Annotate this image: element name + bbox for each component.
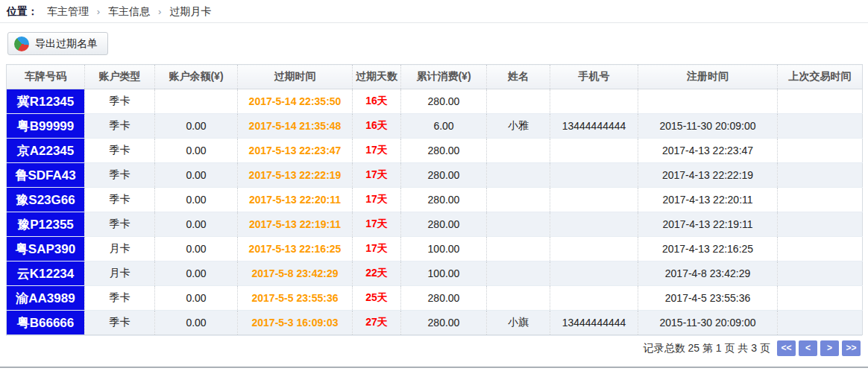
cell-account_type: 季卡 xyxy=(85,139,155,163)
cell-register_time: 2015-11-30 20:09:00 xyxy=(638,114,778,139)
cell-expired_days: 25天 xyxy=(353,286,401,311)
cell-plate[interactable]: 粤B66666 xyxy=(7,311,85,335)
cell-register_time: 2017-4-13 22:20:11 xyxy=(638,188,778,212)
cell-account_type: 季卡 xyxy=(85,311,155,335)
table-row: 云K12234月卡0.002017-5-8 23:42:2922天100.002… xyxy=(7,261,863,286)
cell-total_spent: 6.00 xyxy=(401,114,487,139)
cell-name xyxy=(487,139,550,163)
cell-name xyxy=(487,237,550,261)
column-header-phone: 手机号 xyxy=(550,65,638,89)
cell-balance: 0.00 xyxy=(155,114,238,139)
cell-phone xyxy=(550,286,638,311)
cell-expire_time: 2017-5-14 21:35:48 xyxy=(238,114,353,139)
table-header-row: 车牌号码账户类型账户余额(¥)过期时间过期天数累计消费(¥)姓名手机号注册时间上… xyxy=(7,65,863,89)
table-row: 豫P12355季卡0.002017-5-13 22:19:1117天280.00… xyxy=(7,212,863,237)
column-header-expire_time: 过期时间 xyxy=(238,65,353,89)
cell-total_spent: 100.00 xyxy=(401,261,487,286)
cell-phone xyxy=(550,261,638,286)
cell-expired_days: 17天 xyxy=(353,212,401,237)
cell-phone: 13444444444 xyxy=(550,114,638,139)
pagination-first-button[interactable]: << xyxy=(777,340,796,356)
cell-account_type: 季卡 xyxy=(85,114,155,139)
cell-register_time: 2017-4-13 22:19:11 xyxy=(638,212,778,237)
cell-phone xyxy=(550,237,638,261)
cell-register_time xyxy=(638,89,778,114)
cell-account_type: 季卡 xyxy=(85,188,155,212)
cell-name xyxy=(487,188,550,212)
cell-expired_days: 17天 xyxy=(353,188,401,212)
cell-balance: 0.00 xyxy=(155,311,238,335)
pagination-prev-button[interactable]: < xyxy=(799,340,817,356)
cell-plate[interactable]: 豫P12355 xyxy=(7,212,85,237)
cell-name xyxy=(487,286,550,311)
cell-account_type: 月卡 xyxy=(85,237,155,261)
cell-phone xyxy=(550,163,638,188)
chevron-right-icon: › xyxy=(158,6,161,17)
cell-balance: 0.00 xyxy=(155,212,238,237)
cell-last_trade_time xyxy=(778,286,863,311)
cell-total_spent: 280.00 xyxy=(401,286,487,311)
cell-register_time: 2017-4-5 23:55:36 xyxy=(638,286,778,311)
cell-name xyxy=(487,163,550,188)
cell-register_time: 2017-4-13 22:22:19 xyxy=(638,163,778,188)
table-row: 粤SAP390月卡0.002017-5-13 22:16:2517天100.00… xyxy=(7,237,863,261)
cell-total_spent: 280.00 xyxy=(401,311,487,335)
table-row: 冀R12345季卡2017-5-14 22:35:5016天280.00 xyxy=(7,89,863,114)
cell-plate[interactable]: 渝AA3989 xyxy=(7,286,85,311)
column-header-name: 姓名 xyxy=(487,65,550,89)
table-row: 粤B66666季卡0.002017-5-3 16:09:0327天280.00小… xyxy=(7,311,863,335)
cell-total_spent: 280.00 xyxy=(401,139,487,163)
cell-plate[interactable]: 京A22345 xyxy=(7,139,85,163)
export-button-label: 导出过期名单 xyxy=(35,37,98,51)
cell-expire_time: 2017-5-14 22:35:50 xyxy=(238,89,353,114)
cell-balance: 0.00 xyxy=(155,188,238,212)
pagination-bar: 记录总数 25 第 1 页 共 3 页 << < > >> xyxy=(6,335,862,361)
cell-account_type: 季卡 xyxy=(85,286,155,311)
table-row: 鲁SDFA43季卡0.002017-5-13 22:22:1917天280.00… xyxy=(7,163,863,188)
cell-last_trade_time xyxy=(778,188,863,212)
toolbar: 导出过期名单 xyxy=(0,23,868,64)
cell-plate[interactable]: 粤SAP390 xyxy=(7,237,85,261)
table-row: 粤B99999季卡0.002017-5-14 21:35:4816天6.00小雅… xyxy=(7,114,863,139)
breadcrumb-item-owner-info[interactable]: 车主信息 xyxy=(108,5,150,17)
breadcrumb-label: 位置： xyxy=(7,5,38,17)
cell-expire_time: 2017-5-13 22:22:19 xyxy=(238,163,353,188)
column-header-plate: 车牌号码 xyxy=(7,65,85,89)
cell-expired_days: 17天 xyxy=(353,237,401,261)
cell-plate[interactable]: 鲁SDFA43 xyxy=(7,163,85,188)
cell-expire_time: 2017-5-13 22:23:47 xyxy=(238,139,353,163)
cell-expire_time: 2017-5-13 22:16:25 xyxy=(238,237,353,261)
cell-phone xyxy=(550,188,638,212)
breadcrumb: 位置： 车主管理 › 车主信息 › 过期月卡 xyxy=(0,0,868,23)
cell-last_trade_time xyxy=(778,212,863,237)
cell-expired_days: 17天 xyxy=(353,163,401,188)
cell-plate[interactable]: 云K12234 xyxy=(7,261,85,286)
export-expired-list-button[interactable]: 导出过期名单 xyxy=(7,32,108,55)
cell-expired_days: 27天 xyxy=(353,311,401,335)
cell-name xyxy=(487,261,550,286)
breadcrumb-item-owner-management[interactable]: 车主管理 xyxy=(47,5,89,17)
cell-register_time: 2017-4-13 22:16:25 xyxy=(638,237,778,261)
cell-plate[interactable]: 冀R12345 xyxy=(7,89,85,114)
cell-expired_days: 16天 xyxy=(353,114,401,139)
cell-balance: 0.00 xyxy=(155,237,238,261)
cell-total_spent: 280.00 xyxy=(401,89,487,114)
cell-phone xyxy=(550,139,638,163)
cell-last_trade_time xyxy=(778,89,863,114)
cell-plate[interactable]: 粤B99999 xyxy=(7,114,85,139)
chevron-right-icon: › xyxy=(97,6,100,17)
cell-plate[interactable]: 豫S23G66 xyxy=(7,188,85,212)
pagination-next-button[interactable]: > xyxy=(820,340,839,356)
cell-total_spent: 280.00 xyxy=(401,188,487,212)
cell-expire_time: 2017-5-13 22:19:11 xyxy=(238,212,353,237)
cell-last_trade_time xyxy=(778,139,863,163)
cell-name: 小雅 xyxy=(487,114,550,139)
cell-register_time: 2015-11-30 20:09:00 xyxy=(638,311,778,335)
cell-total_spent: 100.00 xyxy=(401,237,487,261)
pagination-last-button[interactable]: >> xyxy=(842,340,861,356)
cell-balance xyxy=(155,89,238,114)
cell-balance: 0.00 xyxy=(155,286,238,311)
cell-last_trade_time xyxy=(778,237,863,261)
cell-total_spent: 280.00 xyxy=(401,212,487,237)
column-header-expired_days: 过期天数 xyxy=(353,65,401,89)
